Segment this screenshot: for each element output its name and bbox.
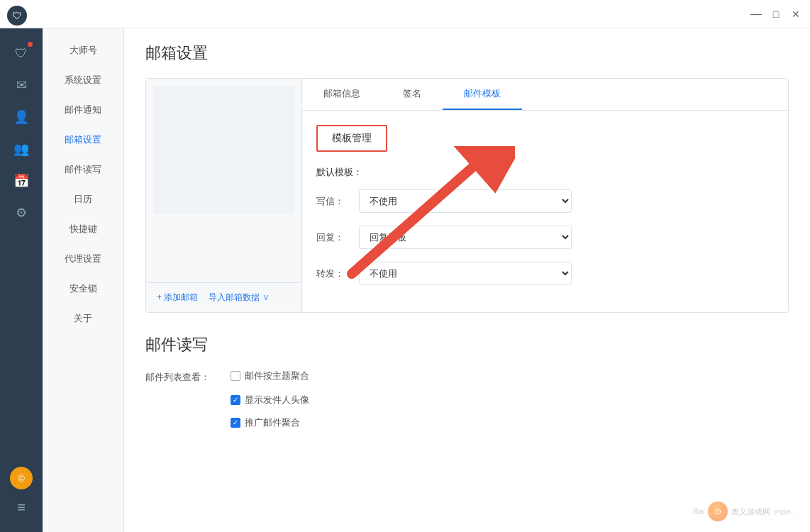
account-item-placeholder <box>153 86 294 214</box>
content-area: 邮箱设置 + 添加邮箱 导入邮箱数据 ∨ 邮箱信息 <box>124 28 810 532</box>
minimize-button[interactable]: — <box>749 7 763 21</box>
watermark: Bai ⊙ 奥义游戏网 jingya... <box>693 501 796 521</box>
calendar-sidebar-icon[interactable]: 📅 <box>7 167 35 195</box>
coin-sidebar-icon[interactable]: © <box>10 467 33 489</box>
reply-form-row: 回复： 回复模板 <box>316 226 774 249</box>
default-template-label: 默认模板： <box>316 166 774 179</box>
forward-form-row: 转发： 不使用 <box>316 262 774 285</box>
sidebar-item-lock[interactable]: 安全锁 <box>43 274 123 304</box>
import-mailbox-btn[interactable]: 导入邮箱数据 ∨ <box>209 292 269 304</box>
notification-badge <box>28 42 33 47</box>
contacts-sidebar-icon[interactable]: 👤 <box>7 103 35 131</box>
mail-sidebar-icon[interactable]: ✉ <box>7 71 35 99</box>
settings-sidebar-icon[interactable]: ⚙ <box>7 199 35 227</box>
sidebar-item-master[interactable]: 大师号 <box>43 35 123 65</box>
sidebar-item-proxy[interactable]: 代理设置 <box>43 244 123 274</box>
write-label: 写信： <box>316 195 359 208</box>
sidebar-item-readwrite[interactable]: 邮件读写 <box>43 155 123 184</box>
menu-sidebar-icon[interactable]: ≡ <box>7 493 35 521</box>
tab-signature[interactable]: 签名 <box>382 79 443 110</box>
template-mgmt-button[interactable]: 模板管理 <box>316 125 387 152</box>
icon-sidebar: 🛡 ✉ 👤 👥 📅 ⚙ © ≡ <box>0 28 43 532</box>
write-select[interactable]: 不使用 <box>359 189 572 213</box>
nav-sidebar: 大师号 系统设置 邮件通知 邮箱设置 邮件读写 日历 快捷键 代理设置 安全锁 … <box>43 28 124 532</box>
promo-group-row: ✓ 推广邮件聚合 <box>145 416 789 429</box>
page-title: 邮箱设置 <box>145 43 789 64</box>
tab-mailbox-info[interactable]: 邮箱信息 <box>302 79 382 110</box>
tab-mail-template[interactable]: 邮件模板 <box>443 79 522 110</box>
panel-tabs: 邮箱信息 签名 邮件模板 <box>302 79 788 111</box>
sidebar-item-mailbox[interactable]: 邮箱设置 <box>43 125 123 155</box>
watermark-logo: ⊙ <box>708 501 728 521</box>
add-mailbox-btn[interactable]: + 添加邮箱 <box>157 292 198 304</box>
sidebar-item-system[interactable]: 系统设置 <box>43 65 123 95</box>
sidebar-item-shortcuts[interactable]: 快捷键 <box>43 214 123 244</box>
mail-list-view-row: 邮件列表查看： 邮件按主题聚合 <box>145 370 789 384</box>
account-list: + 添加邮箱 导入邮箱数据 ∨ <box>146 79 302 312</box>
show-avatar-row: ✓ 显示发件人头像 <box>145 394 789 406</box>
reply-select[interactable]: 回复模板 <box>359 226 572 249</box>
mail-rw-title: 邮件读写 <box>145 334 789 355</box>
default-template-section: 默认模板： 写信： 不使用 回复： <box>316 166 774 285</box>
write-form-row: 写信： 不使用 <box>316 189 774 213</box>
forward-label: 转发： <box>316 267 359 280</box>
reply-label: 回复： <box>316 231 359 244</box>
close-button[interactable]: ✕ <box>789 7 803 21</box>
show-avatar-label: 显示发件人头像 <box>245 394 309 406</box>
tab-content: 模板管理 默认模板： 写信： 不使用 <box>302 111 788 312</box>
group-by-subject-checkbox[interactable] <box>231 371 240 381</box>
mailbox-settings-panel: + 添加邮箱 导入邮箱数据 ∨ 邮箱信息 签名 邮件模板 模板 <box>145 78 789 313</box>
sidebar-item-calendar[interactable]: 日历 <box>43 184 123 214</box>
shield-sidebar-icon[interactable]: 🛡 <box>7 39 35 67</box>
sidebar-item-about[interactable]: 关于 <box>43 304 123 333</box>
account-footer: + 添加邮箱 导入邮箱数据 ∨ <box>146 282 301 312</box>
maximize-button[interactable]: □ <box>769 7 783 21</box>
forward-select[interactable]: 不使用 <box>359 262 572 285</box>
show-avatar-checkbox[interactable]: ✓ <box>231 395 240 405</box>
panel-right: 邮箱信息 签名 邮件模板 模板管理 默认模板： 写信： <box>302 79 788 312</box>
promo-group-checkbox[interactable]: ✓ <box>231 418 240 428</box>
people-sidebar-icon[interactable]: 👥 <box>7 135 35 163</box>
mail-list-label: 邮件列表查看： <box>145 370 231 384</box>
app-logo: 🛡 <box>7 6 27 26</box>
group-by-subject-label: 邮件按主题聚合 <box>245 370 309 382</box>
promo-group-label: 推广邮件聚合 <box>245 416 300 429</box>
mail-rw-section: 邮件读写 邮件列表查看： 邮件按主题聚合 ✓ 显示发件人头像 <box>145 334 789 429</box>
sidebar-item-notify[interactable]: 邮件通知 <box>43 95 123 125</box>
